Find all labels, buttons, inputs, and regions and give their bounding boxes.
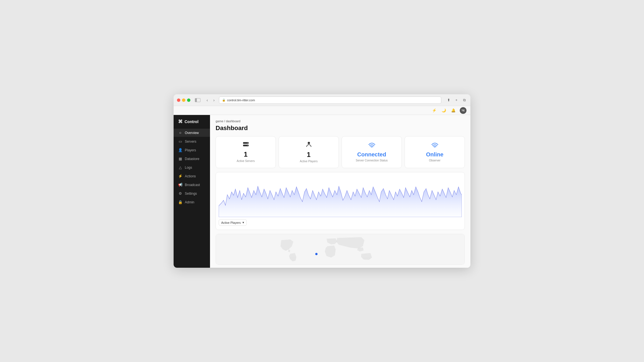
bookmark-icon[interactable]: + bbox=[454, 97, 459, 103]
active-servers-label: Active Servers bbox=[237, 159, 255, 163]
connection-label: Server Connection Status bbox=[356, 159, 388, 162]
overview-icon: ○ bbox=[178, 131, 183, 135]
browser-window: ‹ › 🔒 control.tim-ritter.com ⬆ + ⧉ ⚡ 🌙 🔔… bbox=[174, 94, 470, 268]
main-content: game / dashboard Dashboard bbox=[210, 115, 470, 268]
sidebar-logo: ⌘ Control bbox=[174, 119, 210, 129]
chart-svg-wrapper bbox=[219, 175, 462, 217]
connection-value: Connected bbox=[357, 151, 386, 158]
logs-icon: △ bbox=[178, 165, 183, 170]
sidebar-item-overview[interactable]: ○ Overview bbox=[174, 129, 210, 137]
chart-dropdown-label: Active Players bbox=[221, 221, 241, 224]
svg-point-5 bbox=[371, 147, 372, 148]
svg-marker-7 bbox=[219, 186, 462, 217]
svg-point-6 bbox=[434, 147, 435, 148]
actions-icon: ⚡ bbox=[178, 174, 183, 178]
dark-mode-icon[interactable]: 🌙 bbox=[441, 107, 447, 114]
sidebar-item-players[interactable]: 👤 Players bbox=[174, 146, 210, 154]
url-display: control.tim-ritter.com bbox=[227, 98, 255, 102]
page-title: Dashboard bbox=[216, 124, 465, 132]
sidebar-item-label: Players bbox=[185, 148, 196, 152]
settings-icon: ⚙ bbox=[178, 191, 183, 196]
sidebar-item-label: Admin bbox=[185, 200, 194, 204]
active-players-label: Active Players bbox=[300, 160, 318, 163]
app-layout: ⌘ Control ○ Overview ▭ Servers 👤 Players… bbox=[174, 115, 470, 268]
notification-icon[interactable]: 🔔 bbox=[450, 107, 456, 114]
map-container bbox=[216, 234, 465, 265]
sidebar-item-actions[interactable]: ⚡ Actions bbox=[174, 172, 210, 180]
active-players-value: 1 bbox=[307, 151, 311, 159]
observer-label: Observer bbox=[429, 159, 440, 162]
back-button[interactable]: ‹ bbox=[204, 97, 210, 103]
close-button[interactable] bbox=[177, 98, 180, 102]
logo-text: Control bbox=[185, 119, 199, 124]
lightning-icon[interactable]: ⚡ bbox=[431, 107, 437, 114]
svg-point-3 bbox=[247, 145, 248, 146]
user-avatar[interactable]: TE bbox=[460, 107, 466, 114]
browser-chrome: ‹ › 🔒 control.tim-ritter.com ⬆ + ⧉ bbox=[174, 94, 470, 106]
sidebar-item-broadcast[interactable]: 📢 Broadcast bbox=[174, 181, 210, 189]
lock-icon: 🔒 bbox=[222, 98, 225, 102]
sidebar-nav: ○ Overview ▭ Servers 👤 Players ▦ Datasto… bbox=[174, 129, 210, 206]
wifi-online-icon bbox=[431, 143, 438, 149]
servers-icon: ▭ bbox=[178, 139, 183, 144]
maximize-button[interactable] bbox=[187, 98, 190, 102]
breadcrumb-game: game bbox=[216, 119, 223, 123]
stat-card-observer: Online Observer bbox=[405, 136, 465, 168]
sidebar-item-label: Overview bbox=[185, 131, 199, 135]
nav-buttons: ‹ › bbox=[204, 97, 217, 103]
wifi-connected-icon bbox=[368, 143, 375, 149]
chart-dropdown-icon: ▾ bbox=[242, 221, 244, 224]
browser-toolbar2: ⚡ 🌙 🔔 TE bbox=[174, 106, 470, 115]
minimize-button[interactable] bbox=[182, 98, 185, 102]
browser-actions: ⬆ + ⧉ bbox=[446, 97, 467, 103]
sidebar: ⌘ Control ○ Overview ▭ Servers 👤 Players… bbox=[174, 115, 210, 268]
sidebar-item-logs[interactable]: △ Logs bbox=[174, 163, 210, 171]
sidebar-item-datastore[interactable]: ▦ Datastore bbox=[174, 155, 210, 163]
breadcrumb-dashboard: dashboard bbox=[226, 119, 241, 123]
sidebar-item-settings[interactable]: ⚙ Settings bbox=[174, 189, 210, 198]
active-servers-value: 1 bbox=[244, 151, 248, 158]
breadcrumb: game / dashboard bbox=[216, 119, 465, 123]
map-background bbox=[216, 234, 465, 264]
sidebar-item-servers[interactable]: ▭ Servers bbox=[174, 137, 210, 145]
broadcast-icon: 📢 bbox=[178, 183, 183, 187]
chart-dropdown[interactable]: Active Players ▾ bbox=[219, 219, 247, 226]
datastore-icon: ▦ bbox=[178, 157, 183, 161]
sidebar-item-label: Servers bbox=[185, 140, 196, 144]
svg-point-2 bbox=[247, 143, 248, 143]
share-icon[interactable]: ⬆ bbox=[446, 97, 451, 103]
server-icon bbox=[243, 142, 249, 148]
stat-card-connection: Connected Server Connection Status bbox=[342, 136, 402, 168]
stat-card-active-players: 1 Active Players bbox=[279, 136, 339, 168]
sidebar-item-label: Broadcast bbox=[185, 183, 200, 187]
stat-card-active-servers: 1 Active Servers bbox=[216, 136, 276, 168]
observer-value: Online bbox=[426, 151, 443, 158]
sidebar-item-label: Datastore bbox=[185, 157, 199, 161]
admin-icon: 🔒 bbox=[178, 200, 183, 204]
sidebar-item-label: Settings bbox=[185, 192, 197, 196]
player-icon bbox=[306, 142, 311, 149]
sidebar-item-admin[interactable]: 🔒 Admin bbox=[174, 198, 210, 206]
svg-point-4 bbox=[308, 142, 310, 144]
tab-icon[interactable]: ⧉ bbox=[461, 97, 467, 103]
sidebar-item-label: Actions bbox=[185, 174, 196, 178]
traffic-lights bbox=[177, 98, 190, 102]
sidebar-toggle-button[interactable] bbox=[195, 98, 200, 102]
chart-container: Active Players ▾ bbox=[216, 172, 465, 230]
logo-icon: ⌘ bbox=[178, 119, 183, 124]
world-map-svg bbox=[216, 234, 465, 264]
sidebar-item-label: Logs bbox=[185, 166, 192, 170]
players-icon: 👤 bbox=[178, 148, 183, 152]
forward-button[interactable]: › bbox=[211, 97, 217, 103]
address-bar[interactable]: 🔒 control.tim-ritter.com bbox=[219, 97, 441, 104]
stats-row: 1 Active Servers 1 Active Players bbox=[216, 136, 465, 168]
